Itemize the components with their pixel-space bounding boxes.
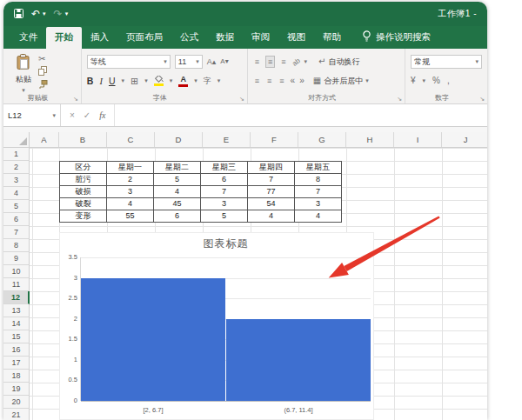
- fill-color-dropdown-icon[interactable]: ▾: [170, 77, 173, 84]
- row-header-11[interactable]: 11: [3, 278, 30, 291]
- tab-数据[interactable]: 数据: [207, 27, 243, 49]
- chart-bar-1[interactable]: [81, 278, 225, 401]
- align-bottom-icon[interactable]: ≡: [279, 57, 287, 67]
- orientation-dropdown-icon[interactable]: ▾: [304, 58, 307, 65]
- select-all-button[interactable]: [3, 132, 30, 148]
- format-painter-icon[interactable]: [38, 80, 48, 91]
- table-header-cell[interactable]: 星期三: [201, 162, 248, 174]
- insert-function-icon[interactable]: fx: [99, 110, 105, 120]
- table-header-cell[interactable]: 星期一: [107, 162, 154, 174]
- font-color-dropdown-icon[interactable]: ▾: [194, 77, 197, 84]
- undo-dropdown-icon[interactable]: ▾: [43, 10, 46, 17]
- row-header-10[interactable]: 10: [3, 265, 30, 278]
- font-size-select[interactable]: 11 ▾: [175, 55, 203, 69]
- table-cell[interactable]: 4: [154, 186, 201, 198]
- row-header-21[interactable]: 21: [3, 409, 30, 420]
- phonetic-dropdown-icon[interactable]: ▾: [218, 77, 221, 84]
- tell-me-search[interactable]: 操作说明搜索: [353, 26, 439, 49]
- table-cell[interactable]: 破损: [60, 186, 107, 198]
- table-cell[interactable]: 4: [295, 210, 342, 223]
- table-cell[interactable]: 6: [154, 210, 201, 223]
- cut-icon[interactable]: ✂: [38, 55, 48, 63]
- percent-style-icon[interactable]: %: [432, 77, 440, 85]
- tab-插入[interactable]: 插入: [82, 27, 117, 49]
- enter-icon[interactable]: ✓: [84, 110, 90, 120]
- undo-icon[interactable]: ↶: [31, 9, 40, 19]
- bold-button[interactable]: B: [87, 76, 94, 86]
- row-header-7[interactable]: 7: [3, 226, 30, 239]
- row-header-5[interactable]: 5: [3, 200, 30, 213]
- row-header-9[interactable]: 9: [3, 252, 30, 265]
- table-header-cell[interactable]: 星期五: [295, 162, 342, 174]
- table-cell[interactable]: 7: [295, 186, 342, 198]
- row-header-20[interactable]: 20: [3, 396, 30, 409]
- paste-button[interactable]: 粘贴 ▾: [9, 52, 38, 92]
- redo-icon[interactable]: ↷: [54, 9, 63, 19]
- column-header-J[interactable]: J: [442, 132, 487, 147]
- table-cell[interactable]: 脏污: [60, 174, 107, 186]
- column-header-F[interactable]: F: [251, 132, 298, 147]
- table-cell[interactable]: 54: [248, 198, 295, 210]
- table-cell[interactable]: 7: [201, 186, 248, 198]
- column-header-E[interactable]: E: [203, 132, 251, 147]
- table-cell[interactable]: 45: [154, 198, 201, 210]
- row-header-16[interactable]: 16: [3, 343, 30, 357]
- increase-font-icon[interactable]: A▴: [207, 58, 217, 66]
- row-header-8[interactable]: 8: [3, 239, 30, 252]
- row-header-12[interactable]: 12: [3, 291, 30, 304]
- font-name-select[interactable]: 等线 ▾: [87, 55, 171, 69]
- increase-indent-icon[interactable]: »: [299, 77, 304, 85]
- comma-style-icon[interactable]: ,: [447, 77, 450, 85]
- tab-页面布局[interactable]: 页面布局: [117, 27, 171, 49]
- tab-审阅[interactable]: 审阅: [243, 27, 278, 49]
- borders-dropdown-icon[interactable]: ▾: [144, 77, 148, 84]
- underline-button[interactable]: U: [109, 76, 116, 86]
- table-cell[interactable]: 3: [295, 198, 342, 210]
- underline-dropdown-icon[interactable]: ▾: [122, 77, 125, 84]
- table-cell[interactable]: 3: [201, 198, 248, 210]
- row-header-1[interactable]: 1: [3, 148, 30, 161]
- table-header-cell[interactable]: 区分: [60, 162, 107, 174]
- table-cell[interactable]: 4: [107, 198, 154, 210]
- formula-input[interactable]: [115, 104, 487, 126]
- row-header-15[interactable]: 15: [3, 330, 30, 343]
- align-left-icon[interactable]: ≡: [253, 76, 261, 86]
- align-middle-icon[interactable]: ≡: [265, 56, 275, 68]
- table-cell[interactable]: 4: [248, 210, 295, 223]
- row-header-6[interactable]: 6: [3, 213, 30, 226]
- column-header-H[interactable]: H: [346, 132, 394, 147]
- font-color-icon[interactable]: A: [178, 76, 188, 87]
- tab-视图[interactable]: 视图: [278, 27, 314, 49]
- table-header-cell[interactable]: 星期四: [248, 162, 295, 174]
- accounting-dropdown-icon[interactable]: ▾: [423, 77, 426, 84]
- accounting-format-icon[interactable]: ¥: [411, 77, 416, 85]
- column-header-C[interactable]: C: [107, 132, 155, 147]
- row-header-13[interactable]: 13: [3, 304, 30, 317]
- font-dialog-launcher-icon[interactable]: ↘: [239, 96, 244, 103]
- wrap-text-button[interactable]: ↵ 自动换行: [318, 57, 359, 68]
- fill-color-icon[interactable]: [154, 76, 164, 86]
- clipboard-dialog-launcher-icon[interactable]: ↘: [73, 96, 78, 103]
- decrease-indent-icon[interactable]: «: [291, 77, 296, 85]
- table-cell[interactable]: 55: [107, 210, 154, 223]
- table-cell[interactable]: 5: [201, 210, 248, 223]
- name-box[interactable]: L12 ▾: [3, 104, 61, 126]
- cancel-icon[interactable]: ×: [70, 110, 75, 120]
- chart-title[interactable]: 图表标题: [81, 237, 371, 251]
- tab-开始[interactable]: 开始: [46, 27, 82, 49]
- row-header-4[interactable]: 4: [3, 187, 30, 200]
- decrease-font-icon[interactable]: A▾: [220, 58, 228, 65]
- align-right-icon[interactable]: ≡: [278, 76, 285, 86]
- row-header-3[interactable]: 3: [3, 174, 30, 187]
- table-cell[interactable]: 77: [248, 186, 295, 198]
- table-cell[interactable]: 6: [201, 174, 248, 186]
- row-header-18[interactable]: 18: [3, 370, 30, 383]
- chart-bar-2[interactable]: [226, 319, 371, 401]
- merge-center-button[interactable]: ▦ 合并后居中 ▾: [313, 76, 369, 87]
- column-header-G[interactable]: G: [298, 132, 346, 147]
- tab-file[interactable]: 文件: [10, 27, 46, 49]
- align-top-icon[interactable]: ≡: [253, 57, 261, 67]
- orientation-icon[interactable]: ab: [291, 57, 302, 68]
- save-icon[interactable]: [14, 6, 23, 22]
- table-cell[interactable]: 2: [107, 174, 154, 186]
